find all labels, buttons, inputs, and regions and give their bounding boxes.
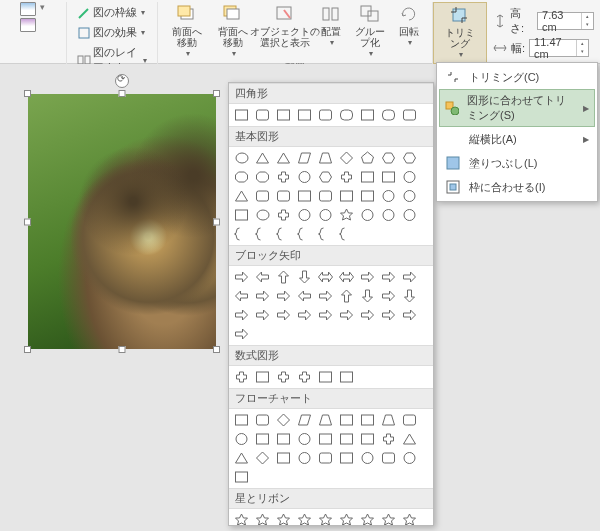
- shape-option[interactable]: [296, 269, 313, 284]
- shape-option[interactable]: [401, 207, 418, 222]
- shape-option[interactable]: [338, 150, 355, 165]
- align-button[interactable]: 配置: [314, 2, 348, 50]
- shape-option[interactable]: [317, 107, 334, 122]
- shape-option[interactable]: [401, 512, 418, 526]
- shape-option[interactable]: [359, 207, 376, 222]
- picture-icon[interactable]: [20, 2, 36, 16]
- shape-option[interactable]: [275, 288, 292, 303]
- shape-option[interactable]: [338, 188, 355, 203]
- menu-fit[interactable]: 枠に合わせる(I): [439, 175, 595, 199]
- shape-option[interactable]: [380, 169, 397, 184]
- shape-option[interactable]: [296, 369, 313, 384]
- shape-option[interactable]: [401, 450, 418, 465]
- shape-option[interactable]: [317, 269, 334, 284]
- shape-option[interactable]: [254, 226, 271, 241]
- shape-option[interactable]: [317, 226, 334, 241]
- shape-option[interactable]: [296, 226, 313, 241]
- height-input[interactable]: 7.63 cm▴▾: [537, 12, 594, 30]
- shape-option[interactable]: [275, 107, 292, 122]
- shape-option[interactable]: [359, 412, 376, 427]
- shape-option[interactable]: [275, 226, 292, 241]
- shape-option[interactable]: [296, 169, 313, 184]
- shape-option[interactable]: [380, 431, 397, 446]
- shape-option[interactable]: [317, 169, 334, 184]
- shape-option[interactable]: [380, 269, 397, 284]
- shape-option[interactable]: [275, 150, 292, 165]
- shape-option[interactable]: [401, 150, 418, 165]
- selected-picture[interactable]: [28, 94, 216, 349]
- shape-option[interactable]: [254, 188, 271, 203]
- rotate-button[interactable]: 回転: [392, 2, 426, 50]
- shape-option[interactable]: [296, 150, 313, 165]
- shape-option[interactable]: [359, 307, 376, 322]
- shape-option[interactable]: [296, 288, 313, 303]
- shape-option[interactable]: [359, 107, 376, 122]
- shape-option[interactable]: [401, 288, 418, 303]
- shape-option[interactable]: [275, 169, 292, 184]
- shape-option[interactable]: [254, 512, 271, 526]
- shape-option[interactable]: [233, 307, 250, 322]
- shape-option[interactable]: [296, 450, 313, 465]
- shape-option[interactable]: [254, 288, 271, 303]
- shape-option[interactable]: [359, 288, 376, 303]
- shape-option[interactable]: [275, 450, 292, 465]
- shape-option[interactable]: [233, 226, 250, 241]
- shape-option[interactable]: [317, 450, 334, 465]
- shape-option[interactable]: [233, 469, 250, 484]
- shape-option[interactable]: [254, 150, 271, 165]
- shape-option[interactable]: [233, 207, 250, 222]
- shape-option[interactable]: [254, 307, 271, 322]
- shape-option[interactable]: [275, 431, 292, 446]
- shape-option[interactable]: [359, 512, 376, 526]
- shape-option[interactable]: [359, 169, 376, 184]
- shape-option[interactable]: [317, 307, 334, 322]
- resize-handle[interactable]: [213, 90, 220, 97]
- shape-option[interactable]: [296, 431, 313, 446]
- shape-option[interactable]: [296, 412, 313, 427]
- resize-handle[interactable]: [24, 90, 31, 97]
- resize-handle[interactable]: [24, 346, 31, 353]
- shape-option[interactable]: [275, 307, 292, 322]
- shape-option[interactable]: [359, 188, 376, 203]
- shape-option[interactable]: [401, 431, 418, 446]
- shape-option[interactable]: [401, 307, 418, 322]
- shape-option[interactable]: [233, 369, 250, 384]
- selection-pane-button[interactable]: オブジェクトの 選択と表示: [256, 2, 314, 50]
- shape-option[interactable]: [401, 269, 418, 284]
- shape-option[interactable]: [338, 369, 355, 384]
- menu-fill[interactable]: 塗りつぶし(L): [439, 151, 595, 175]
- shape-option[interactable]: [254, 431, 271, 446]
- resize-handle[interactable]: [119, 90, 126, 97]
- shape-option[interactable]: [275, 512, 292, 526]
- shape-option[interactable]: [296, 512, 313, 526]
- resize-handle[interactable]: [213, 346, 220, 353]
- shape-option[interactable]: [233, 450, 250, 465]
- picture-effect-button[interactable]: 図の効果: [73, 23, 149, 42]
- shape-option[interactable]: [254, 269, 271, 284]
- shape-option[interactable]: [296, 107, 313, 122]
- shape-option[interactable]: [233, 326, 250, 341]
- menu-aspect-ratio[interactable]: 縦横比(A): [439, 127, 595, 151]
- picture-icon-2[interactable]: [20, 18, 36, 32]
- resize-handle[interactable]: [119, 346, 126, 353]
- shape-option[interactable]: [275, 369, 292, 384]
- shape-option[interactable]: [254, 450, 271, 465]
- shape-option[interactable]: [317, 150, 334, 165]
- shape-option[interactable]: [254, 369, 271, 384]
- shape-option[interactable]: [296, 207, 313, 222]
- shape-option[interactable]: [380, 107, 397, 122]
- shape-option[interactable]: [254, 207, 271, 222]
- shape-option[interactable]: [401, 107, 418, 122]
- menu-crop-to-shape[interactable]: 図形に合わせてトリミング(S): [439, 89, 595, 127]
- shape-option[interactable]: [359, 150, 376, 165]
- shape-option[interactable]: [317, 369, 334, 384]
- shape-option[interactable]: [233, 169, 250, 184]
- shape-option[interactable]: [401, 169, 418, 184]
- shape-option[interactable]: [317, 412, 334, 427]
- shape-option[interactable]: [233, 188, 250, 203]
- shape-option[interactable]: [233, 150, 250, 165]
- shape-option[interactable]: [233, 512, 250, 526]
- shape-option[interactable]: [317, 512, 334, 526]
- shape-option[interactable]: [317, 288, 334, 303]
- expand-icon[interactable]: ▾: [40, 2, 45, 12]
